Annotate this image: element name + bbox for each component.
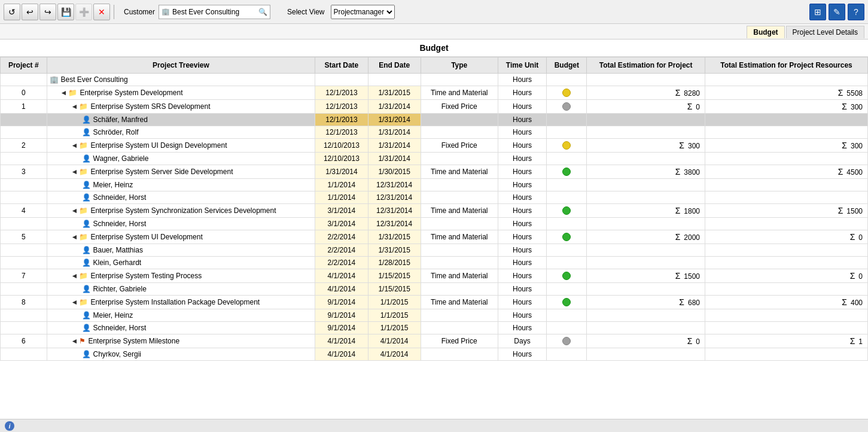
- cell-time-unit: Hours: [498, 309, 547, 322]
- cell-treeview: 👤Schäfer, Manfred: [47, 114, 315, 126]
- cell-treeview: 👤Bauer, Matthias: [47, 244, 315, 257]
- cell-treeview: 👤Schneider, Horst: [47, 218, 315, 230]
- collapse-icon[interactable]: ◄: [71, 233, 78, 241]
- main-table-container[interactable]: Project # Project Treeview Start Date En…: [0, 57, 868, 423]
- col-start-date: Start Date: [315, 57, 368, 74]
- total-project-value: 1500: [684, 272, 700, 281]
- help-button[interactable]: ?: [848, 4, 864, 20]
- table-row[interactable]: 1◄📁Enterprise System SRS Development12/1…: [1, 100, 868, 114]
- person-icon: 👤: [82, 154, 91, 163]
- customer-search-button[interactable]: 🔍: [258, 8, 267, 16]
- collapse-icon[interactable]: ◄: [71, 298, 78, 306]
- cell-project-num: 0: [1, 86, 47, 100]
- collapse-icon[interactable]: ◄: [71, 168, 78, 176]
- cell-budget: [547, 100, 587, 114]
- cell-start-date: 12/10/2013: [315, 153, 368, 165]
- customer-input[interactable]: [172, 8, 256, 16]
- refresh-button[interactable]: ↺: [4, 4, 20, 20]
- collapse-icon[interactable]: ◄: [60, 89, 68, 97]
- cell-budget: [547, 139, 587, 153]
- delete-button[interactable]: ✕: [93, 4, 110, 20]
- table-row[interactable]: 👤Wagner, Gabriele12/10/20131/31/2014Hour…: [1, 153, 868, 165]
- table-row[interactable]: 👤Meier, Heinz9/1/20141/1/2015Hours: [1, 309, 868, 322]
- collapse-icon[interactable]: ◄: [71, 102, 78, 111]
- customer-field[interactable]: 🏢 🔍: [159, 5, 270, 19]
- cell-type: Time and Material: [421, 230, 498, 244]
- cell-type: [421, 191, 498, 204]
- cell-time-unit: Hours: [498, 191, 547, 204]
- cell-project-num: 1: [1, 100, 47, 114]
- total-resources-value: 300: [851, 142, 863, 150]
- table-row[interactable]: 👤Schäfer, Manfred12/1/20131/31/2014Hours: [1, 114, 868, 126]
- total-resources-value: 1: [858, 337, 863, 346]
- table-row[interactable]: 👤Richter, Gabriele4/1/20141/15/2015Hours: [1, 283, 868, 296]
- cell-project-num: [1, 153, 47, 165]
- table-row[interactable]: 👤Schneider, Horst1/1/201412/31/2014Hours: [1, 191, 868, 204]
- cell-end-date: 1/31/2015: [368, 244, 421, 257]
- cell-type: [421, 309, 498, 322]
- row-name: Schneider, Horst: [93, 220, 147, 228]
- cell-total-project: [587, 74, 705, 86]
- add-button[interactable]: ➕: [75, 4, 92, 20]
- save-button[interactable]: 💾: [57, 4, 74, 20]
- cell-start-date: 2/2/2014: [315, 257, 368, 269]
- table-row[interactable]: 7◄📁Enterprise System Testing Process4/1/…: [1, 269, 868, 283]
- table-row[interactable]: 🏢Best Ever ConsultingHours: [1, 74, 868, 86]
- layout-button[interactable]: ⊞: [809, 4, 826, 20]
- cell-end-date: 1/1/2015: [368, 296, 421, 309]
- cell-total-resources: Σ1: [705, 334, 868, 348]
- table-row[interactable]: 👤Chyrkov, Sergii4/1/20144/1/2014Hours: [1, 348, 868, 361]
- cell-project-num: [1, 309, 47, 322]
- cell-time-unit: Hours: [498, 100, 547, 114]
- row-name: Meier, Heinz: [93, 181, 133, 189]
- tab-project-level-details[interactable]: Project Level Details: [786, 26, 864, 38]
- table-row[interactable]: 👤Bauer, Matthias2/2/20141/31/2015Hours: [1, 244, 868, 257]
- table-row[interactable]: 8◄📁Enterprise System Installation Packag…: [1, 296, 868, 309]
- collapse-icon[interactable]: ◄: [71, 272, 78, 280]
- table-row[interactable]: 3◄📁Enterprise System Server Side Develop…: [1, 165, 868, 179]
- sigma-icon: Σ: [687, 102, 693, 111]
- table-body: 🏢Best Ever ConsultingHours0◄📁Enterprise …: [1, 74, 868, 361]
- cell-start-date: 4/1/2014: [315, 348, 368, 361]
- view-select[interactable]: Projectmanager Developer Manager: [331, 5, 395, 19]
- cell-treeview: 👤Chyrkov, Sergii: [47, 348, 315, 361]
- cell-total-project: Σ8280: [587, 86, 705, 100]
- cell-time-unit: Hours: [498, 322, 547, 334]
- cell-type: [421, 218, 498, 230]
- cell-project-num: [1, 179, 47, 191]
- collapse-icon[interactable]: ◄: [71, 337, 78, 345]
- cell-end-date: 4/1/2014: [368, 348, 421, 361]
- cell-project-num: [1, 74, 47, 86]
- sigma-r-icon: Σ: [850, 336, 855, 346]
- redo-button[interactable]: ↪: [39, 4, 56, 20]
- table-row[interactable]: 👤Meier, Heinz1/1/201412/31/2014Hours: [1, 179, 868, 191]
- total-project-value: 1800: [684, 207, 700, 215]
- cell-budget: [547, 153, 587, 165]
- table-row[interactable]: 👤Schneider, Horst3/1/201412/31/2014Hours: [1, 218, 868, 230]
- cell-time-unit: Hours: [498, 230, 547, 244]
- cell-total-project: Σ3800: [587, 165, 705, 179]
- table-row[interactable]: 👤Klein, Gerhardt2/2/20141/28/2015Hours: [1, 257, 868, 269]
- tabstrip: Budget Project Level Details: [0, 24, 868, 39]
- table-row[interactable]: 👤Schneider, Horst9/1/20141/1/2015Hours: [1, 322, 868, 334]
- table-row[interactable]: 4◄📁Enterprise System Synchronization Ser…: [1, 204, 868, 218]
- table-row[interactable]: 6◄⚑Enterprise System Milestone4/1/20144/…: [1, 334, 868, 348]
- table-row[interactable]: 5◄📁Enterprise System UI Development2/2/2…: [1, 230, 868, 244]
- cell-total-resources: [705, 322, 868, 334]
- collapse-icon[interactable]: ◄: [71, 206, 78, 215]
- undo-button[interactable]: ↩: [22, 4, 38, 20]
- cell-budget: [547, 114, 587, 126]
- collapse-icon[interactable]: ◄: [71, 141, 78, 150]
- table-row[interactable]: 👤Schröder, Rolf12/1/20131/31/2014Hours: [1, 126, 868, 139]
- edit-button[interactable]: ✎: [829, 4, 845, 20]
- cell-budget: [547, 283, 587, 296]
- cell-budget: [547, 269, 587, 283]
- table-row[interactable]: 2◄📁Enterprise System UI Design Developme…: [1, 139, 868, 153]
- table-row[interactable]: 0◄📁Enterprise System Development12/1/201…: [1, 86, 868, 100]
- cell-total-project: Σ680: [587, 296, 705, 309]
- col-end-date: End Date: [368, 57, 421, 74]
- project-icon: 📁: [79, 102, 88, 111]
- cell-time-unit: Hours: [498, 296, 547, 309]
- cell-budget: [547, 309, 587, 322]
- tab-budget[interactable]: Budget: [747, 26, 784, 38]
